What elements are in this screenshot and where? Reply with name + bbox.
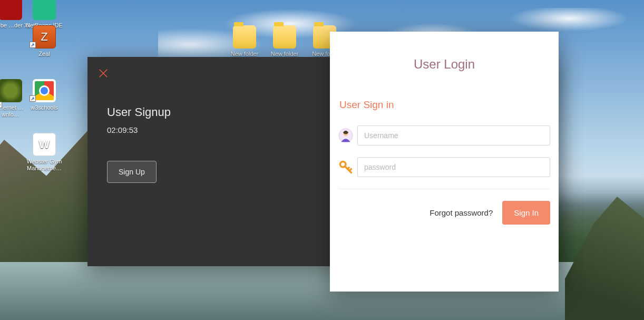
chrome-icon: [33, 79, 56, 102]
shortcut-arrow-icon: ↗: [0, 102, 2, 108]
shortcut-arrow-icon: ↗: [30, 95, 36, 102]
word-doc-icon: W: [33, 133, 56, 156]
desktop-folder[interactable]: New folder: [225, 25, 265, 57]
folder-icon: [233, 25, 256, 49]
desktop-folder[interactable]: New folder: [265, 25, 305, 57]
user-avatar-icon: [338, 128, 353, 143]
signup-button[interactable]: Sign Up: [107, 161, 157, 183]
netbeans-icon: [33, 0, 56, 20]
login-actions: Forgot password? Sign In: [338, 201, 550, 225]
shortcut-arrow-icon: ↗: [30, 42, 36, 48]
zeal-icon: Z: [33, 25, 56, 49]
signup-title: User Signup: [107, 105, 171, 119]
desktop-icon-label: w3schools: [24, 104, 64, 111]
username-row: [338, 125, 550, 146]
signup-clock: 02:09:53: [107, 125, 138, 134]
key-icon: [338, 160, 353, 174]
desktop-icon-label: Webster Gym Manageme…: [24, 158, 64, 171]
desktop-icon-word-doc[interactable]: W Webster Gym Manageme…: [24, 133, 64, 171]
login-window-title: User Login: [338, 57, 550, 72]
desktop-icon-chrome[interactable]: ↗ w3schools: [24, 79, 64, 111]
username-input[interactable]: [357, 125, 550, 146]
signin-button[interactable]: Sign In: [502, 201, 550, 225]
password-row: [338, 157, 550, 177]
divider: [338, 189, 550, 189]
desktop-icon-label: New folder: [225, 51, 265, 57]
forgot-password-link[interactable]: Forgot password?: [430, 208, 493, 217]
adobe-icon: [0, 0, 22, 20]
folder-icon: [273, 25, 296, 49]
idm-icon: [0, 79, 22, 102]
signin-section-header: User Sign in: [339, 99, 550, 111]
desktop-icon-label: Zeal: [24, 51, 64, 57]
desktop-icon-label: New folder: [265, 51, 305, 57]
password-input[interactable]: [357, 157, 550, 177]
close-icon[interactable]: [97, 67, 109, 79]
login-window: User Login User Sign in Forgot password?…: [330, 32, 559, 292]
desktop-icon-zeal[interactable]: Z ↗ Zeal: [24, 25, 64, 57]
